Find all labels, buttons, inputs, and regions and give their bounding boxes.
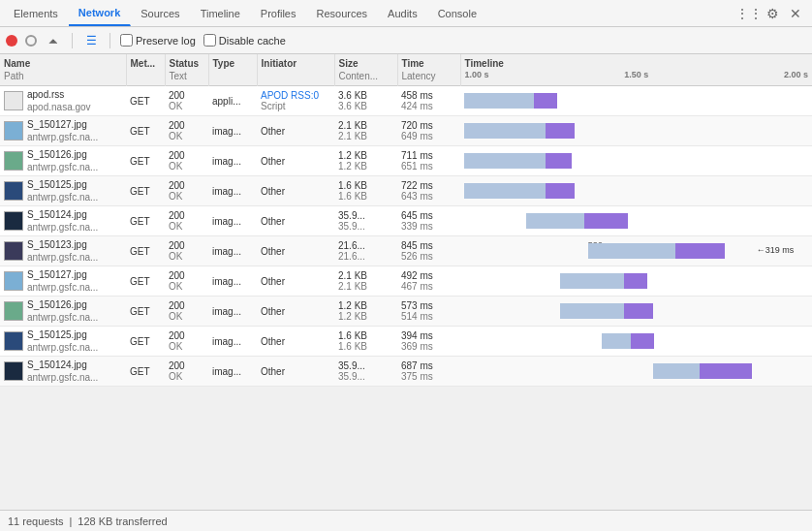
size-value: 1.2 KB (338, 150, 393, 161)
status-code: 200 (169, 210, 204, 221)
tl-receiving-bar (534, 93, 557, 109)
settings-icon[interactable]: ⚙ (764, 5, 781, 22)
table-row[interactable]: S_150125.jpg antwrp.gsfc.na... GET 200 O… (0, 176, 812, 206)
file-name: S_150125.jpg (27, 328, 98, 341)
file-name: S_150124.jpg (27, 359, 98, 371)
time-value: 492 ms (401, 270, 456, 281)
tl-waiting-bar (464, 183, 546, 199)
initiator-container: Other (261, 366, 330, 377)
tab-resources[interactable]: Resources (306, 0, 378, 26)
separator2 (109, 33, 110, 48)
header-type[interactable]: Type (208, 54, 257, 86)
table-row[interactable]: apod.rss apod.nasa.gov GET 200 OK appli.… (0, 86, 812, 116)
status-text: OK (169, 131, 204, 141)
status-code: 200 (169, 120, 204, 131)
time-value: 394 ms (401, 330, 456, 341)
initiator-container: Other (261, 246, 330, 257)
table-row[interactable]: S_150127.jpg antwrp.gsfc.na... GET 200 O… (0, 266, 812, 297)
cell-name: S_150126.jpg antwrp.gsfc.na... (0, 146, 126, 176)
time-latency: 424 ms (401, 101, 456, 111)
preserve-log-input[interactable] (120, 34, 133, 47)
table-row[interactable]: S_150124.jpg antwrp.gsfc.na... GET 200 O… (0, 357, 812, 387)
tab-bar: Elements Network Sources Timeline Profil… (0, 0, 812, 27)
table-row[interactable]: S_150124.jpg antwrp.gsfc.na... GET 200 O… (0, 206, 812, 236)
size-content: 1.6 KB (338, 191, 393, 202)
cell-method: GET (126, 236, 165, 266)
tl-waiting-bar (653, 363, 700, 379)
table-row[interactable]: S_150125.jpg antwrp.gsfc.na... GET 200 O… (0, 327, 812, 357)
timeline-bar-container (464, 299, 808, 323)
cell-status: 200 OK (165, 116, 208, 146)
cell-initiator: Other (257, 176, 334, 206)
tl-waiting-bar (526, 213, 584, 229)
tl-waiting-bar (602, 333, 631, 349)
status-text: OK (169, 341, 204, 352)
cell-name: S_150125.jpg antwrp.gsfc.na... (0, 327, 126, 357)
cell-timeline (460, 357, 812, 387)
record-button[interactable] (6, 35, 17, 47)
status-text: OK (169, 221, 204, 232)
network-table: Name Path Met... Status Text Type Initia… (0, 54, 812, 387)
cell-time: 492 ms 467 ms (397, 266, 460, 297)
table-row[interactable]: S_150127.jpg antwrp.gsfc.na... GET 200 O… (0, 116, 812, 146)
status-code: 200 (169, 180, 204, 191)
file-thumb (4, 331, 23, 351)
name-text-container: S_150124.jpg antwrp.gsfc.na... (27, 359, 98, 384)
time-latency: 526 ms (401, 251, 456, 262)
header-method[interactable]: Met... (126, 54, 165, 86)
size-content: 3.6 KB (338, 101, 393, 111)
table-row[interactable]: S_150123.jpg antwrp.gsfc.na... GET 200 O… (0, 236, 812, 266)
name-text-container: S_150124.jpg antwrp.gsfc.na... (27, 208, 98, 234)
cell-type: imag... (208, 266, 257, 297)
header-time[interactable]: Time Latency (397, 54, 460, 86)
cell-size: 1.6 KB 1.6 KB (334, 327, 397, 357)
header-size[interactable]: Size Conten... (334, 54, 397, 86)
table-row[interactable]: S_150126.jpg antwrp.gsfc.na... GET 200 O… (0, 297, 812, 327)
name-thumb-container: apod.rss apod.nasa.gov (4, 88, 122, 113)
cell-method: GET (126, 206, 165, 236)
cell-name: apod.rss apod.nasa.gov (0, 86, 126, 116)
close-icon[interactable]: ✕ (787, 5, 804, 22)
file-path: antwrp.gsfc.na... (27, 191, 98, 203)
tab-console[interactable]: Console (428, 0, 487, 26)
filter-icon[interactable]: ⏶ (45, 32, 62, 49)
cell-time: 722 ms 643 ms (397, 176, 460, 206)
cell-initiator: Other (257, 357, 334, 387)
header-name[interactable]: Name Path (0, 54, 126, 86)
cell-name: S_150127.jpg antwrp.gsfc.na... (0, 266, 126, 297)
disable-cache-checkbox[interactable]: Disable cache (203, 34, 286, 47)
header-timeline[interactable]: Timeline 1.00 s 1.50 s 2.00 s (460, 54, 812, 86)
stop-button[interactable] (25, 35, 37, 47)
tab-audits[interactable]: Audits (378, 0, 428, 26)
time-value: 711 ms (401, 150, 456, 161)
timeline-bars (464, 183, 575, 199)
cell-time: 573 ms 514 ms (397, 297, 460, 327)
tab-sources[interactable]: Sources (131, 0, 190, 26)
cell-initiator: Other (257, 327, 334, 357)
header-status[interactable]: Status Text (165, 54, 208, 86)
preserve-log-checkbox[interactable]: Preserve log (120, 34, 196, 47)
time-latency: 375 ms (401, 371, 456, 382)
status-code: 200 (169, 150, 204, 161)
tab-timeline[interactable]: Timeline (191, 0, 251, 26)
tl-receiving-bar (700, 363, 752, 379)
size-content: 35.9... (338, 371, 393, 382)
tl-receiving-bar (624, 303, 653, 319)
tab-profiles[interactable]: Profiles (251, 0, 307, 26)
disable-cache-input[interactable] (203, 34, 216, 47)
initiator-text: Other (261, 366, 285, 377)
cell-status: 200 OK (165, 266, 208, 297)
tab-network[interactable]: Network (69, 0, 131, 26)
tab-elements[interactable]: Elements (4, 0, 69, 26)
cell-method: GET (126, 146, 165, 176)
cell-method: GET (126, 357, 165, 387)
table-row[interactable]: S_150126.jpg antwrp.gsfc.na... GET 200 O… (0, 146, 812, 176)
preserve-log-label: Preserve log (136, 35, 196, 47)
initiator-link[interactable]: APOD RSS:0 (261, 90, 319, 101)
header-initiator[interactable]: Initiator (257, 54, 334, 86)
cell-type: imag... (208, 146, 257, 176)
tl-receiving-bar (624, 273, 647, 289)
cell-initiator: Other (257, 146, 334, 176)
dock-icon[interactable]: ⋮⋮ (740, 5, 758, 22)
list-icon[interactable]: ☰ (82, 32, 100, 49)
